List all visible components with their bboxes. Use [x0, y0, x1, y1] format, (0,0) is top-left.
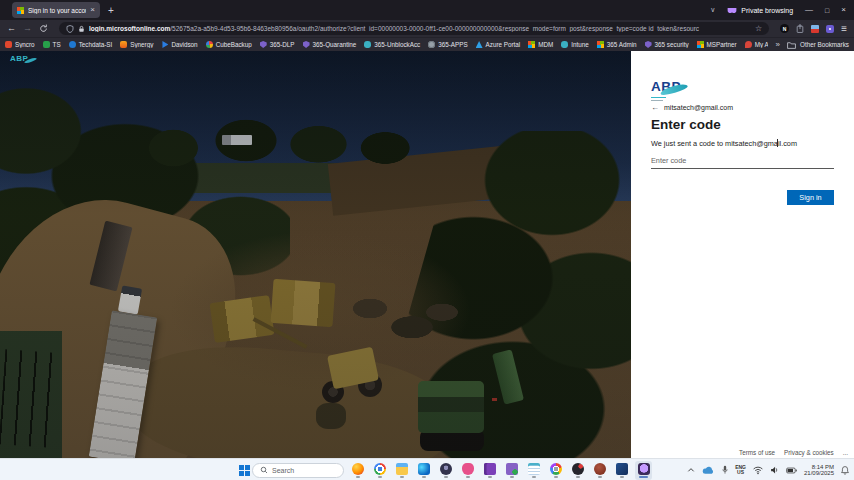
wifi-icon[interactable]: [753, 466, 763, 475]
abp-logo: ABP: [651, 77, 681, 101]
bookmark-365-unblockacc[interactable]: 365-UnblockAcc: [364, 41, 420, 48]
bookmark-icon: [597, 41, 604, 48]
back-arrow-icon[interactable]: ←: [651, 103, 659, 112]
tray-date: 21/09/2025: [804, 470, 834, 477]
page-content: ABP ABP ← mitsatech@gmail.com Enter code…: [0, 51, 854, 458]
share-page-icon[interactable]: [796, 24, 804, 33]
close-button[interactable]: ×: [841, 6, 846, 14]
taskbar-app-outlook[interactable]: [415, 461, 432, 480]
url-text[interactable]: login.microsoftonline.com/52675a2a-a5b9-…: [89, 25, 751, 32]
bookmark-label: 365-UnblockAcc: [374, 41, 420, 48]
onedrive-cloud-icon[interactable]: [702, 466, 715, 475]
lock-icon: [78, 25, 85, 33]
bookmark-label: Azure Portal: [486, 41, 521, 48]
bookmark-davidson[interactable]: Davidson: [161, 41, 197, 48]
extension-purple-icon[interactable]: [826, 25, 834, 33]
bookmark-synergy[interactable]: Synergy: [120, 41, 153, 48]
bookmark-365-quarantine[interactable]: 365-Quarantine: [303, 41, 357, 48]
bookmark-techdata-si[interactable]: Techdata-SI: [69, 41, 113, 48]
bookmark-ts[interactable]: TS: [43, 41, 61, 48]
taskbar-search[interactable]: Search: [252, 463, 344, 478]
bookmark-icon: [364, 41, 371, 48]
language-indicator[interactable]: ENG US: [735, 465, 746, 475]
bookmark-365-dlp[interactable]: 365-DLP: [260, 41, 295, 48]
taskbar-app-snipping[interactable]: [459, 461, 476, 480]
extension-screenshot-icon[interactable]: [811, 25, 819, 33]
privacy-link[interactable]: Privacy & cookies: [784, 449, 834, 456]
extension-n-icon[interactable]: N: [780, 24, 789, 33]
list-tabs-chevron-icon[interactable]: ∨: [710, 6, 715, 14]
taskbar-app-firefox-private[interactable]: [635, 461, 652, 480]
maximize-button[interactable]: □: [825, 7, 829, 14]
tab-close-icon[interactable]: ×: [90, 6, 95, 14]
code-sent-message: We just sent a code to mitsatech@gmail.c…: [651, 139, 797, 148]
bookmark-mspartner[interactable]: MSPartner: [697, 41, 737, 48]
menu-hamburger-icon[interactable]: ≡: [841, 24, 847, 34]
running-indicator: [356, 476, 360, 478]
taskbar-app-browser-wheel[interactable]: [547, 461, 564, 480]
bookmark-label: Synergy: [130, 41, 153, 48]
running-indicator: [510, 476, 514, 478]
bookmark-icon: [745, 41, 752, 48]
panel-footer: Terms of use Privacy & cookies ...: [739, 449, 848, 456]
more-link[interactable]: ...: [843, 449, 848, 456]
taskbar-app-maroon[interactable]: [591, 461, 608, 480]
system-tray: ENG US 8:14 PM 21/09/2025: [687, 459, 849, 480]
bookmark-mdm[interactable]: MDM: [528, 41, 553, 48]
taskbar-app-chrome[interactable]: [371, 461, 388, 480]
bookmarks-bar: Syncro TS Techdata-SI Synergy Davidson C…: [0, 37, 854, 51]
outlook-icon: [418, 463, 430, 475]
bookmarks-overflow-chevron-icon[interactable]: »: [776, 40, 780, 49]
bookmark-my-account[interactable]: My Account: [745, 41, 768, 48]
tray-chevron-up-icon[interactable]: [687, 467, 695, 473]
account-row[interactable]: ← mitsatech@gmail.com: [651, 103, 733, 112]
terms-link[interactable]: Terms of use: [739, 449, 775, 456]
refresh-icon[interactable]: [39, 24, 48, 33]
search-placeholder: Search: [272, 467, 294, 474]
back-button[interactable]: ←: [7, 24, 16, 33]
active-indicator: [639, 476, 648, 478]
window-controls: ∨ Private browsing — □ ×: [710, 6, 854, 14]
start-button[interactable]: [230, 462, 247, 479]
taskbar-app-onenote[interactable]: [481, 461, 498, 480]
bookmark-azure-portal[interactable]: Azure Portal: [476, 41, 521, 48]
taskbar-app-file-explorer[interactable]: [393, 461, 410, 480]
bookmark-label: My Account: [755, 41, 768, 48]
forward-button[interactable]: →: [23, 24, 32, 33]
bookmark-365-security[interactable]: 365 security: [645, 41, 689, 48]
code-input[interactable]: [651, 153, 834, 169]
bookmark-label: 365 security: [655, 41, 689, 48]
battery-icon[interactable]: [786, 467, 797, 474]
bookmark-syncro[interactable]: Syncro: [5, 41, 35, 48]
running-indicator: [488, 476, 492, 478]
clock[interactable]: 8:14 PM 21/09/2025: [804, 464, 834, 477]
minimize-button[interactable]: —: [805, 6, 813, 14]
taskbar-app-teams[interactable]: [437, 461, 454, 480]
taskbar-app-firefox[interactable]: [349, 461, 366, 480]
bookmark-label: Techdata-SI: [79, 41, 113, 48]
address-bar[interactable]: login.microsoftonline.com/52675a2a-a5b9-…: [59, 22, 769, 35]
bookmark-icon: [260, 41, 267, 48]
running-indicator: [532, 476, 536, 478]
taskbar-app-approvals[interactable]: [503, 461, 520, 480]
tab-favicon-icon: [17, 7, 24, 14]
bookmark-cubebackup[interactable]: CubeBackup: [206, 41, 252, 48]
other-bookmarks-button[interactable]: Other Bookmarks: [787, 41, 849, 49]
bookmark-icon: [5, 41, 12, 48]
browser-tab[interactable]: Sign in to your account ×: [12, 2, 100, 18]
sign-in-button[interactable]: Sign in: [787, 190, 834, 205]
taskbar-app-notepad[interactable]: [525, 461, 542, 480]
taskbar-app-recorder[interactable]: [569, 461, 586, 480]
taskbar-app-navy[interactable]: [613, 461, 630, 480]
speaker-icon[interactable]: [770, 466, 779, 474]
notifications-bell-icon[interactable]: [841, 465, 849, 475]
microphone-icon[interactable]: [722, 465, 728, 475]
bookmark-intune[interactable]: Intune: [561, 41, 589, 48]
bookmarks-list: Syncro TS Techdata-SI Synergy Davidson C…: [5, 41, 768, 48]
teams-icon: [440, 463, 452, 475]
bookmark-star-icon[interactable]: ☆: [755, 24, 762, 33]
bookmark-365-apps[interactable]: 365-APPS: [428, 41, 467, 48]
tracking-shield-icon[interactable]: [66, 25, 74, 33]
new-tab-button[interactable]: +: [108, 5, 114, 16]
bookmark-365-admin[interactable]: 365 Admin: [597, 41, 637, 48]
